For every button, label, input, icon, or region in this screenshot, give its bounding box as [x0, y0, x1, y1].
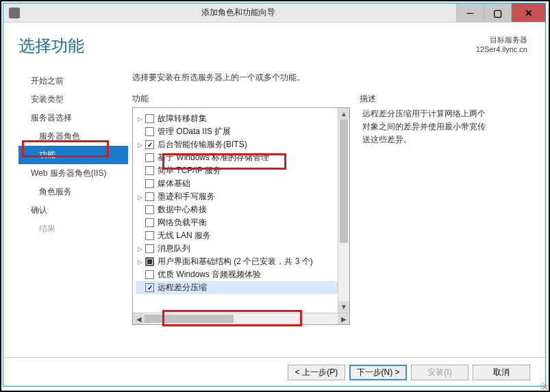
page-title: 选择功能: [18, 35, 84, 57]
expander-icon: [136, 154, 144, 162]
feature-item[interactable]: 基于 Windows 标准的存储管理: [136, 151, 347, 164]
expander-icon: [136, 206, 144, 214]
scroll-thumb[interactable]: [340, 120, 348, 243]
minimize-button[interactable]: ─: [456, 3, 484, 22]
nav-item-8: 结果: [18, 220, 128, 238]
checkbox[interactable]: [145, 114, 154, 123]
feature-label: 网络负载平衡: [158, 217, 207, 228]
feature-item[interactable]: ▷故障转移群集: [136, 112, 347, 125]
nav-item-0[interactable]: 开始之前: [18, 72, 128, 90]
app-icon: [9, 8, 20, 18]
expander-icon: [136, 219, 144, 227]
nav-item-7[interactable]: 确认: [18, 201, 128, 220]
features-tree[interactable]: ▷故障转移群集管理 OData IIS 扩展▷后台智能传输服务(BITS)基于 …: [132, 107, 350, 325]
description-heading: 描述: [360, 93, 376, 105]
next-button[interactable]: 下一步(N) >: [349, 365, 407, 380]
feature-label: 墨迹和手写服务: [158, 191, 215, 202]
install-button: 安装(I): [411, 365, 468, 380]
expander-icon[interactable]: ▷: [136, 141, 144, 149]
feature-item[interactable]: 网络负载平衡: [136, 216, 347, 229]
horizontal-scrollbar[interactable]: ◀ ▶: [133, 313, 349, 324]
checkbox[interactable]: [145, 244, 154, 253]
feature-label: 后台智能传输服务(BITS): [158, 139, 247, 151]
scroll-left-icon[interactable]: ◀: [133, 313, 145, 324]
description-text: 远程差分压缩用于计算网络上两个对象之间的差异并使用最小带宽传送这些差异。: [362, 107, 486, 147]
feature-item[interactable]: 简单 TCP/IP 服务: [136, 164, 347, 177]
feature-label: 媒体基础: [158, 178, 190, 190]
expander-icon: [136, 284, 144, 292]
feature-label: 用户界面和基础结构 (2 个已安装，共 3 个): [158, 256, 313, 267]
resize-grip-icon: [540, 382, 547, 389]
checkbox[interactable]: [145, 192, 154, 201]
checkbox[interactable]: [145, 153, 154, 162]
nav-item-5[interactable]: Web 服务器角色(IIS): [18, 164, 128, 183]
window-title: 添加角色和功能向导: [20, 7, 456, 18]
checkbox[interactable]: [145, 283, 154, 292]
server-name: 12Ser4.ilync.cn: [476, 45, 527, 53]
feature-label: 管理 OData IIS 扩展: [158, 126, 231, 138]
checkbox[interactable]: [145, 127, 154, 136]
cancel-button[interactable]: 取消: [473, 365, 530, 380]
scroll-right-icon[interactable]: ▶: [338, 313, 349, 324]
feature-item[interactable]: 无线 LAN 服务: [136, 229, 347, 242]
server-label: 目标服务器: [476, 35, 527, 45]
previous-button[interactable]: < 上一步(P): [288, 365, 345, 380]
close-button[interactable]: ✕: [511, 3, 545, 22]
checkbox[interactable]: [145, 166, 154, 175]
expander-icon: [136, 180, 144, 188]
feature-item[interactable]: ▷墨迹和手写服务: [136, 190, 347, 203]
checkbox[interactable]: [145, 257, 154, 266]
feature-label: 无线 LAN 服务: [158, 230, 211, 241]
feature-label: 远程差分压缩: [158, 282, 207, 293]
feature-item[interactable]: 远程差分压缩: [136, 281, 347, 294]
feature-item[interactable]: ▷后台智能传输服务(BITS): [136, 138, 347, 151]
feature-item[interactable]: ▷消息队列: [136, 242, 347, 255]
nav-item-6[interactable]: 角色服务: [18, 183, 128, 201]
titlebar[interactable]: 添加角色和功能向导 ─ ▢ ✕: [3, 3, 545, 23]
feature-item[interactable]: 媒体基础: [136, 177, 347, 190]
expander-icon[interactable]: ▷: [136, 193, 144, 201]
feature-label: 优质 Windows 音频视频体验: [158, 269, 261, 280]
nav-item-1[interactable]: 安装类型: [18, 90, 128, 109]
expander-icon[interactable]: ▷: [136, 115, 144, 123]
target-server-box: 目标服务器 12Ser4.ilync.cn: [476, 35, 527, 53]
vertical-scrollbar[interactable]: ▲ ▼: [338, 108, 349, 313]
nav-item-4[interactable]: 功能: [18, 146, 128, 164]
checkbox[interactable]: [145, 140, 154, 149]
nav-item-3[interactable]: 服务器角色: [18, 127, 128, 146]
expander-icon: [136, 232, 144, 240]
instruction-text: 选择要安装在所选服务器上的一个或多个功能。: [132, 72, 530, 83]
feature-item[interactable]: 管理 OData IIS 扩展: [136, 125, 347, 138]
checkbox[interactable]: [145, 231, 154, 240]
wizard-footer: < 上一步(P) 下一步(N) > 安装(I) 取消: [3, 357, 545, 380]
expander-icon: [136, 167, 144, 175]
feature-label: 故障转移群集: [158, 113, 207, 125]
feature-item[interactable]: 数据中心桥接: [136, 203, 347, 216]
nav-item-2[interactable]: 服务器选择: [18, 109, 128, 127]
hscroll-thumb[interactable]: [145, 315, 234, 323]
checkbox[interactable]: [145, 218, 154, 227]
feature-label: 数据中心桥接: [158, 204, 207, 215]
feature-item[interactable]: 优质 Windows 音频视频体验: [136, 268, 347, 281]
feature-item[interactable]: ▷用户界面和基础结构 (2 个已安装，共 3 个): [136, 255, 347, 268]
expander-icon[interactable]: ▷: [136, 245, 144, 253]
feature-label: 简单 TCP/IP 服务: [158, 165, 221, 177]
expander-icon: [136, 128, 144, 136]
wizard-nav: 开始之前安装类型服务器选择服务器角色功能Web 服务器角色(IIS)角色服务确认…: [18, 72, 128, 238]
feature-label: 基于 Windows 标准的存储管理: [158, 152, 269, 164]
checkbox[interactable]: [145, 270, 154, 279]
maximize-button[interactable]: ▢: [484, 3, 511, 22]
feature-label: 消息队列: [158, 243, 190, 254]
scroll-down-icon[interactable]: ▼: [338, 301, 349, 313]
features-heading: 功能: [132, 93, 360, 105]
checkbox[interactable]: [145, 179, 154, 188]
checkbox[interactable]: [145, 205, 154, 214]
scroll-up-icon[interactable]: ▲: [338, 108, 349, 120]
expander-icon[interactable]: ▷: [136, 258, 144, 266]
expander-icon: [136, 271, 144, 279]
